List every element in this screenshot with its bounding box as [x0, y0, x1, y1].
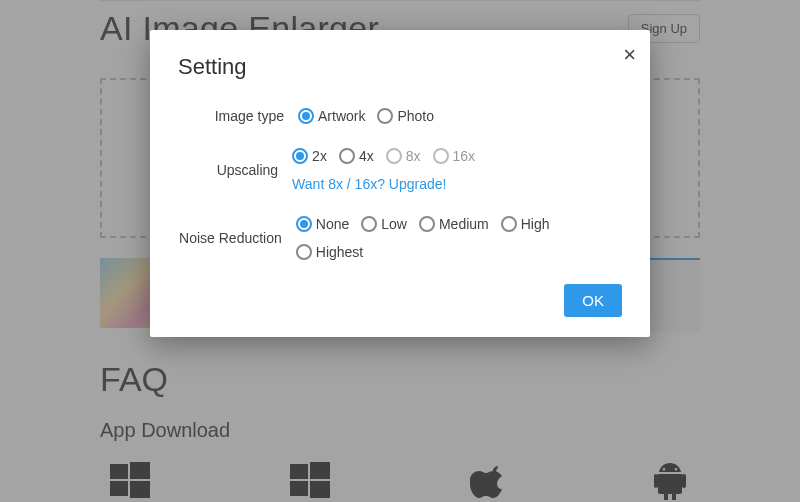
- radio-16x[interactable]: 16x: [433, 148, 476, 164]
- radio-noise-medium-label: Medium: [439, 216, 489, 232]
- upgrade-link[interactable]: Want 8x / 16x? Upgrade!: [292, 176, 446, 192]
- radio-noise-highest-label: Highest: [316, 244, 363, 260]
- modal-title: Setting: [178, 54, 622, 80]
- radio-noise-high[interactable]: High: [501, 216, 550, 232]
- settings-modal: × Setting Image type Artwork Photo Upsca…: [150, 30, 650, 337]
- radio-4x-label: 4x: [359, 148, 374, 164]
- radio-8x[interactable]: 8x: [386, 148, 421, 164]
- upscaling-label: Upscaling: [178, 162, 292, 178]
- radio-photo-label: Photo: [397, 108, 434, 124]
- radio-noise-none[interactable]: None: [296, 216, 349, 232]
- radio-noise-low[interactable]: Low: [361, 216, 407, 232]
- radio-noise-low-label: Low: [381, 216, 407, 232]
- radio-noise-medium[interactable]: Medium: [419, 216, 489, 232]
- radio-2x-label: 2x: [312, 148, 327, 164]
- image-type-label: Image type: [178, 108, 298, 124]
- radio-noise-highest[interactable]: Highest: [296, 244, 363, 260]
- radio-artwork-label: Artwork: [318, 108, 365, 124]
- radio-noise-high-label: High: [521, 216, 550, 232]
- radio-8x-label: 8x: [406, 148, 421, 164]
- noise-label: Noise Reduction: [178, 230, 296, 246]
- radio-2x[interactable]: 2x: [292, 148, 327, 164]
- radio-artwork[interactable]: Artwork: [298, 108, 365, 124]
- radio-noise-none-label: None: [316, 216, 349, 232]
- close-icon[interactable]: ×: [623, 44, 636, 66]
- radio-16x-label: 16x: [453, 148, 476, 164]
- ok-button[interactable]: OK: [564, 284, 622, 317]
- radio-photo[interactable]: Photo: [377, 108, 434, 124]
- radio-4x[interactable]: 4x: [339, 148, 374, 164]
